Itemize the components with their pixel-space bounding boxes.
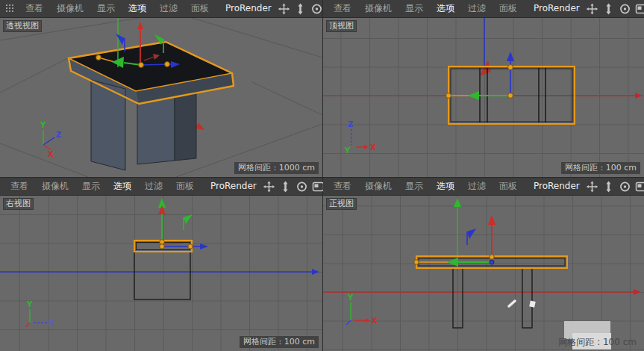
world-y-axis-flag (479, 60, 491, 76)
selection-outline (134, 240, 192, 252)
dolly-view-icon[interactable] (602, 3, 615, 15)
menu-item-prorender[interactable]: ProRender (524, 178, 586, 195)
menubar-front: 查看 摄像机 显示 选项 过滤 面板 ProRender (323, 178, 644, 196)
axis-triad: Y Z X (40, 121, 61, 158)
svg-text:Y: Y (40, 121, 46, 129)
svg-text:X: X (372, 317, 378, 325)
table-leg-left (91, 80, 125, 170)
move-view-icon[interactable] (263, 181, 275, 193)
axis-triad: Z Y X (344, 120, 376, 155)
menu-item-prorender[interactable]: ProRender (216, 0, 278, 17)
menu-item-panel[interactable]: 面板 (169, 178, 201, 195)
perspective-canvas[interactable]: 透视视图 (0, 18, 322, 177)
menu-item-display[interactable]: 显示 (90, 0, 122, 17)
menu-item-view[interactable]: 查看 (327, 178, 358, 195)
move-view-icon[interactable] (586, 181, 598, 193)
right-canvas[interactable]: 右视图 (0, 196, 322, 351)
menu-item-camera[interactable]: 摄像机 (358, 178, 398, 195)
table-model[interactable] (134, 240, 192, 299)
top-canvas[interactable]: 顶视图 (323, 18, 644, 177)
svg-text:X: X (370, 143, 376, 152)
menu-item-view[interactable]: 查看 (4, 178, 35, 195)
viewport-grip-icon[interactable] (5, 4, 16, 14)
rotate-view-icon[interactable] (619, 181, 631, 193)
view-toolbar (263, 181, 326, 193)
svg-text:Y: Y (344, 146, 351, 155)
table-leg-right-front (137, 97, 175, 164)
move-gizmo[interactable] (158, 198, 208, 249)
menu-item-options[interactable]: 选项 (430, 178, 461, 195)
move-view-icon[interactable] (278, 3, 290, 15)
menu-item-display[interactable]: 显示 (398, 178, 430, 195)
menu-item-display[interactable]: 显示 (398, 0, 430, 17)
menu-item-panel[interactable]: 面板 (493, 178, 524, 195)
plane-handle-blue (467, 229, 476, 245)
svg-text:X: X (48, 150, 54, 158)
world-x-axis (323, 289, 641, 295)
svg-text:Y: Y (347, 293, 354, 302)
move-gizmo[interactable] (96, 18, 180, 68)
viewport-label: 正视图 (326, 198, 357, 210)
axis-handle-dot (490, 255, 494, 259)
menu-item-display[interactable]: 显示 (75, 178, 107, 195)
menubar-perspective: 查看 摄像机 显示 选项 过滤 面板 ProRender (0, 0, 322, 18)
menu-item-filter[interactable]: 过滤 (138, 178, 169, 195)
axis-triad: Y X (346, 293, 378, 325)
menu-item-filter[interactable]: 过滤 (461, 178, 493, 195)
table-model[interactable] (448, 66, 575, 124)
menu-item-camera[interactable]: 摄像机 (35, 178, 75, 195)
move-gizmo[interactable] (414, 215, 495, 267)
menu-item-prorender[interactable]: ProRender (524, 0, 586, 17)
selection-outline (416, 256, 567, 268)
menu-item-options[interactable]: 选项 (122, 0, 153, 17)
front-canvas[interactable]: 正视图 网格间距 : 100 cm (323, 196, 644, 351)
axis-handle-dot (139, 63, 144, 68)
rotate-view-icon[interactable] (619, 3, 631, 15)
gizmo-blue-arrow (141, 64, 172, 65)
world-x-axis (323, 93, 643, 99)
grid-spacing-label: 网格间距 : 100 cm (554, 336, 640, 348)
menu-item-options[interactable]: 选项 (430, 0, 461, 17)
menu-item-filter[interactable]: 过滤 (153, 0, 184, 17)
menu-item-panel[interactable]: 面板 (493, 0, 524, 17)
table-side-right (136, 73, 234, 104)
dolly-view-icon[interactable] (294, 3, 307, 15)
menubar-right: 查看 摄像机 显示 选项 过滤 面板 ProRender (0, 178, 322, 196)
rotate-view-icon[interactable] (296, 181, 308, 193)
table-leg-right-side (175, 93, 196, 161)
selection-outline (448, 66, 575, 124)
gizmo-link-line (99, 58, 117, 63)
dolly-view-icon[interactable] (279, 181, 292, 193)
menu-item-options[interactable]: 选项 (107, 178, 138, 195)
grid-spacing-label: 网格间距 : 100 cm (240, 336, 319, 348)
perspective-grid-lines (0, 18, 322, 177)
move-view-icon[interactable] (586, 3, 598, 15)
menu-item-prorender[interactable]: ProRender (201, 178, 263, 195)
toggle-view-icon[interactable] (635, 181, 644, 193)
view-toolbar (586, 181, 644, 193)
menu-item-camera[interactable]: 摄像机 (358, 0, 398, 17)
viewport-top: 查看 摄像机 显示 选项 过滤 面板 ProRender (323, 0, 644, 177)
gizmo-red-arrowhead (158, 205, 166, 214)
toggle-view-icon[interactable] (635, 3, 644, 15)
table-top-face (69, 42, 232, 91)
svg-text:Y: Y (26, 300, 33, 308)
table-model[interactable] (69, 42, 234, 170)
menu-item-camera[interactable]: 摄像机 (50, 0, 90, 17)
menu-item-panel[interactable]: 面板 (184, 0, 216, 17)
table-leg-wire (134, 252, 190, 299)
table-model[interactable] (416, 256, 567, 328)
menu-item-view[interactable]: 查看 (19, 0, 50, 17)
menu-item-view[interactable]: 查看 (327, 0, 358, 17)
rotate-view-icon[interactable] (310, 3, 323, 15)
dolly-view-icon[interactable] (602, 181, 615, 193)
move-gizmo[interactable] (446, 52, 514, 100)
svg-text:Z: Z (56, 131, 61, 139)
axis-handle-dot (165, 62, 170, 67)
application-window: 查看 摄像机 显示 选项 过滤 面板 ProRender (0, 0, 644, 351)
axis-handle-dot (508, 65, 513, 70)
menubar-top: 查看 摄像机 显示 选项 过滤 面板 ProRender (323, 0, 644, 18)
table-leg-edges (480, 68, 545, 122)
plane-handle-green (154, 34, 163, 53)
menu-item-filter[interactable]: 过滤 (461, 0, 493, 17)
